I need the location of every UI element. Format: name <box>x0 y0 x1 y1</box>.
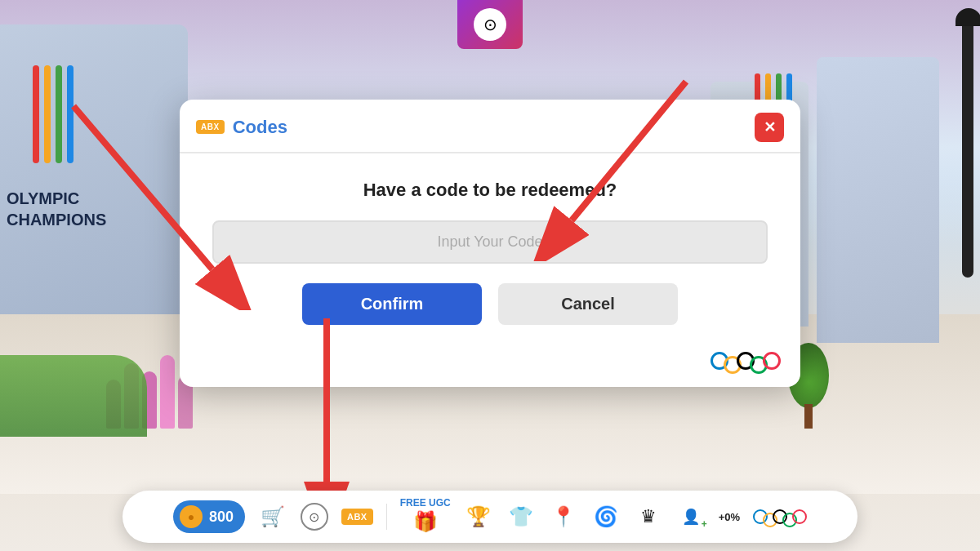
person-plus-icon[interactable]: 👤+ <box>676 502 706 531</box>
code-input[interactable] <box>212 220 768 264</box>
percent-badge: +0% <box>719 511 740 523</box>
ring-red <box>763 352 781 370</box>
modal-header: ABX Codes ✕ <box>180 100 800 153</box>
coin-counter[interactable]: ● 800 <box>173 500 245 533</box>
abx-badge: ABX <box>196 120 225 134</box>
modal-buttons: Confirm Cancel <box>212 283 768 325</box>
confirm-button[interactable]: Confirm <box>302 283 482 325</box>
modal-title: Codes <box>233 117 287 138</box>
cart-icon[interactable]: 🛒 <box>258 502 287 531</box>
close-button[interactable]: ✕ <box>755 113 784 142</box>
coin-count: 800 <box>209 509 234 526</box>
olympic-rings-modal <box>710 348 781 374</box>
coin-icon: ● <box>180 505 203 528</box>
free-ugc-container: FREE UGC 🎁 <box>400 497 451 536</box>
toolbar: ● 800 🛒 ⊙ ABX FREE UGC 🎁 🏆 👕 📍 🌀 ♛ 👤+ +0… <box>122 491 858 543</box>
toolbar-ring-red <box>792 509 807 524</box>
crown-icon[interactable]: ♛ <box>634 502 663 531</box>
pin-icon[interactable]: 📍 <box>549 502 578 531</box>
toolbar-abx-badge[interactable]: ABX <box>341 509 373 525</box>
trophy-icon[interactable]: 🏆 <box>464 502 493 531</box>
robux-icon[interactable]: ⊙ <box>301 503 328 531</box>
modal-overlay: ABX Codes ✕ Have a code to be redeemed? … <box>0 0 980 551</box>
spiral-icon[interactable]: 🌀 <box>591 502 621 531</box>
gift-icon[interactable]: 🎁 <box>411 507 440 536</box>
cancel-button[interactable]: Cancel <box>498 283 678 325</box>
modal-body: Have a code to be redeemed? Confirm Canc… <box>180 153 800 348</box>
modal-question: Have a code to be redeemed? <box>363 180 617 201</box>
modal-footer <box>180 348 800 387</box>
modal-header-left: ABX Codes <box>196 117 287 138</box>
shirt-icon[interactable]: 👕 <box>506 502 536 531</box>
toolbar-olympic-rings[interactable] <box>753 506 807 527</box>
codes-modal: ABX Codes ✕ Have a code to be redeemed? … <box>180 100 800 387</box>
